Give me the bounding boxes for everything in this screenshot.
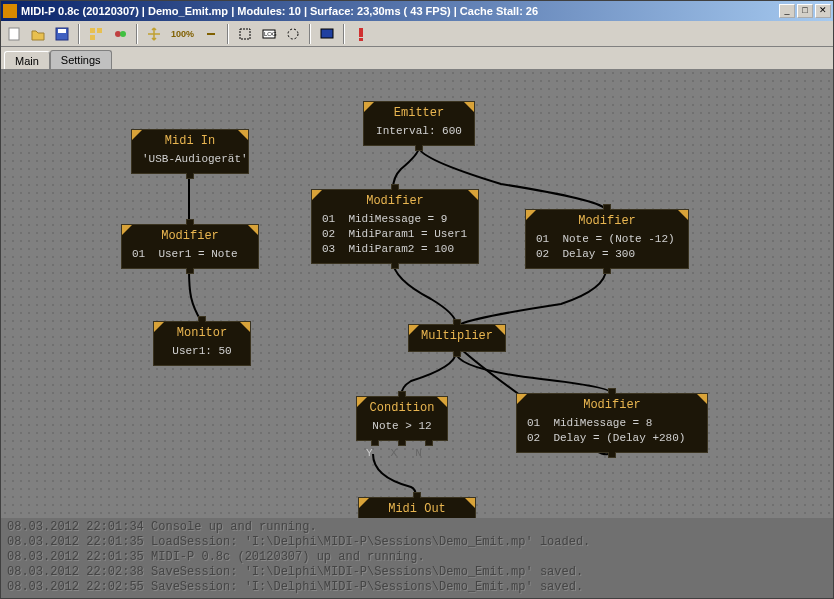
node-midi-in[interactable]: Midi In 'USB-Audiogerät' bbox=[131, 129, 249, 174]
svg-rect-14 bbox=[359, 28, 363, 37]
node-title: Condition bbox=[357, 397, 447, 419]
tab-bar: Main Settings bbox=[1, 47, 833, 69]
new-button[interactable] bbox=[3, 23, 25, 45]
svg-rect-15 bbox=[359, 38, 363, 41]
svg-rect-4 bbox=[97, 28, 102, 33]
minimize-button[interactable]: _ bbox=[779, 4, 795, 18]
tab-main[interactable]: Main bbox=[4, 51, 50, 70]
separator bbox=[309, 24, 311, 44]
separator bbox=[78, 24, 80, 44]
log-button[interactable]: LOG bbox=[258, 23, 280, 45]
svg-rect-0 bbox=[9, 28, 19, 40]
window-controls: _ □ ✕ bbox=[779, 4, 831, 18]
node-title: Modifier bbox=[312, 190, 478, 212]
node-title: Emitter bbox=[364, 102, 474, 124]
node-title: Midi Out bbox=[359, 498, 475, 518]
maximize-button[interactable]: □ bbox=[797, 4, 813, 18]
toggle-button[interactable] bbox=[109, 23, 131, 45]
node-emitter[interactable]: Emitter Interval: 600 bbox=[363, 101, 475, 146]
console-line: 08.03.2012 22:01:35 MIDI-P 0.8c (2012030… bbox=[7, 550, 827, 565]
console-line: 08.03.2012 22:02:55 SaveSession: 'I:\Del… bbox=[7, 580, 827, 595]
wheel-button[interactable] bbox=[282, 23, 304, 45]
svg-rect-8 bbox=[207, 33, 215, 35]
node-title: Modifier bbox=[526, 210, 688, 232]
node-modifier-left[interactable]: Modifier 01 User1 = Note bbox=[121, 224, 259, 269]
separator bbox=[227, 24, 229, 44]
node-title: Monitor bbox=[154, 322, 250, 344]
node-condition[interactable]: Condition Note > 12 bbox=[356, 396, 448, 441]
separator bbox=[136, 24, 138, 44]
cond-label-x: X bbox=[391, 447, 398, 459]
alert-button[interactable] bbox=[350, 23, 372, 45]
separator bbox=[343, 24, 345, 44]
node-monitor[interactable]: Monitor User1: 50 bbox=[153, 321, 251, 366]
zoom-level[interactable]: 100% bbox=[167, 23, 198, 45]
toolbar: 100% LOG bbox=[1, 21, 833, 47]
save-button[interactable] bbox=[51, 23, 73, 45]
titlebar[interactable]: MIDI-P 0.8c (20120307) | Demo_Emit.mp | … bbox=[1, 1, 833, 21]
svg-rect-2 bbox=[58, 29, 66, 33]
tab-settings[interactable]: Settings bbox=[50, 50, 112, 69]
select-button[interactable] bbox=[234, 23, 256, 45]
open-button[interactable] bbox=[27, 23, 49, 45]
console: 08.03.2012 22:01:34 Console up and runni… bbox=[1, 518, 833, 598]
console-line: 08.03.2012 22:02:38 SaveSession: 'I:\Del… bbox=[7, 565, 827, 580]
node-title: Modifier bbox=[517, 394, 707, 416]
svg-rect-5 bbox=[90, 35, 95, 40]
canvas[interactable]: Midi In 'USB-Audiogerät' Modifier 01 Use… bbox=[1, 69, 833, 518]
svg-text:LOG: LOG bbox=[264, 31, 277, 37]
node-modifier-right[interactable]: Modifier 01 Note = (Note -12) 02 Delay =… bbox=[525, 209, 689, 269]
svg-rect-9 bbox=[240, 29, 250, 39]
node-body: User1: 50 bbox=[154, 344, 250, 365]
close-button[interactable]: ✕ bbox=[815, 4, 831, 18]
console-line: 08.03.2012 22:01:34 Console up and runni… bbox=[7, 520, 827, 535]
node-body: 01 MidiMessage = 9 02 MidiParam1 = User1… bbox=[312, 212, 478, 263]
svg-point-12 bbox=[288, 29, 298, 39]
node-title: Multiplier bbox=[409, 325, 505, 351]
node-body: 'USB-Audiogerät' bbox=[132, 152, 248, 173]
node-body: 01 User1 = Note bbox=[122, 247, 258, 268]
node-title: Midi In bbox=[132, 130, 248, 152]
node-modifier-center[interactable]: Modifier 01 MidiMessage = 9 02 MidiParam… bbox=[311, 189, 479, 264]
node-body: 01 Note = (Note -12) 02 Delay = 300 bbox=[526, 232, 688, 268]
svg-point-7 bbox=[120, 31, 126, 37]
node-body: Note > 12 bbox=[357, 419, 447, 440]
node-multiplier[interactable]: Multiplier bbox=[408, 324, 506, 352]
node-title: Modifier bbox=[122, 225, 258, 247]
cond-label-y: Y bbox=[366, 447, 373, 459]
console-line: 08.03.2012 22:01:35 LoadSession: 'I:\Del… bbox=[7, 535, 827, 550]
monitor-button[interactable] bbox=[316, 23, 338, 45]
align-button[interactable] bbox=[85, 23, 107, 45]
condition-labels: Y X N bbox=[366, 447, 422, 459]
app-window: MIDI-P 0.8c (20120307) | Demo_Emit.mp | … bbox=[0, 0, 834, 599]
app-icon bbox=[3, 4, 17, 18]
node-midi-out[interactable]: Midi Out 'USB-Audiogerät' bbox=[358, 497, 476, 518]
cond-label-n: N bbox=[415, 447, 422, 459]
move-button[interactable] bbox=[143, 23, 165, 45]
node-body: Interval: 600 bbox=[364, 124, 474, 145]
window-title: MIDI-P 0.8c (20120307) | Demo_Emit.mp | … bbox=[21, 5, 779, 17]
svg-rect-3 bbox=[90, 28, 95, 33]
node-modifier-bottomright[interactable]: Modifier 01 MidiMessage = 8 02 Delay = (… bbox=[516, 393, 708, 453]
svg-rect-13 bbox=[321, 29, 333, 38]
zoom-out-button[interactable] bbox=[200, 23, 222, 45]
node-body: 01 MidiMessage = 8 02 Delay = (Delay +28… bbox=[517, 416, 707, 452]
